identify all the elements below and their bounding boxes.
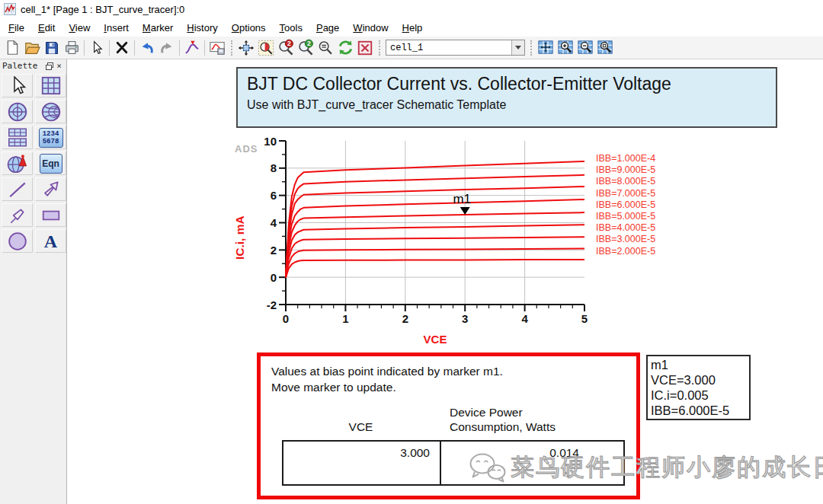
list-plot-icon: 1234 5678 (39, 128, 63, 148)
legend-entry: IBB=2.000E-5 (596, 246, 655, 257)
pointer-icon (8, 76, 27, 96)
palette-tool-equation[interactable]: Eqn (35, 152, 66, 175)
toolbar-handle[interactable] (231, 40, 232, 56)
toolbar-separator (134, 40, 135, 56)
grid-zoom-out-icon (577, 39, 594, 56)
menu-marker[interactable]: Marker (136, 20, 180, 36)
curve-IBB=6.000E-5[interactable] (286, 212, 584, 277)
palette-tool-smith-chart[interactable] (35, 100, 66, 123)
antenna-plot-icon (6, 153, 29, 174)
zoom-out-button[interactable] (315, 38, 335, 58)
palette-float-button[interactable] (44, 61, 54, 71)
curve-IBB=5.000E-5[interactable] (286, 225, 584, 277)
pan-view-icon (238, 40, 255, 56)
export-plot-button[interactable] (207, 38, 227, 58)
menu-file[interactable]: File (2, 20, 31, 36)
marker-readout-line: VCE=3.000 (651, 372, 746, 388)
window-title: cell_1* [Page 1 : BJT_curve_tracer]:0 (21, 4, 184, 15)
palette-tool-polar-plot[interactable] (2, 100, 33, 123)
zoom-out-2x-button[interactable]: 2 (296, 38, 315, 58)
x-tick-label: 3 (462, 312, 468, 325)
menu-help[interactable]: Help (395, 20, 430, 36)
legend-entry: IBB=6.000E-5 (596, 199, 655, 211)
dropdown-arrow-icon[interactable] (511, 40, 524, 55)
palette-tool-list-plot[interactable]: 1234 5678 (35, 126, 66, 149)
palette-grid: 1234 5678 Eqn (0, 72, 66, 254)
toolbar-separator (204, 40, 205, 56)
palette-tool-rectangle[interactable] (35, 203, 66, 227)
select-pointer-button[interactable] (87, 38, 107, 58)
plot-title-box[interactable]: BJT DC Collector Current vs. Collector-E… (236, 67, 777, 128)
marker-m1[interactable] (460, 207, 470, 215)
y-tick-label: 2 (271, 244, 277, 257)
menu-tools[interactable]: Tools (273, 20, 309, 36)
menu-page[interactable]: Page (309, 20, 346, 36)
marker-readout-line: IC.i=0.005 (651, 388, 746, 403)
polar-plot-icon (7, 101, 28, 123)
curve-IBB=4.000E-5[interactable] (286, 237, 584, 277)
menu-edit[interactable]: Edit (31, 20, 62, 36)
menu-history[interactable]: History (180, 20, 224, 36)
save-button[interactable] (42, 38, 62, 58)
save-icon (44, 40, 59, 56)
table-col2-header: Device Power Consumption, Watts (450, 405, 556, 434)
palette-tool-antenna-plot[interactable] (2, 152, 33, 175)
window-titlebar: cell_1* [Page 1 : BJT_curve_tracer]:0 (0, 0, 823, 18)
y-tick-label: 10 (264, 136, 277, 148)
toolbar-handle[interactable] (379, 40, 380, 56)
curve-IBB=3.000E-5[interactable] (286, 249, 584, 278)
pan-view-button[interactable] (236, 38, 256, 58)
menu-window[interactable]: Window (346, 20, 395, 36)
app-dataset-icon (4, 3, 16, 15)
palette-tool-line[interactable] (2, 177, 33, 201)
insert-marker-button[interactable] (182, 38, 202, 58)
curve-IBB=2.000E-5[interactable] (286, 260, 584, 277)
open-folder-icon (24, 40, 40, 56)
undo-icon (139, 40, 155, 56)
print-icon (64, 40, 80, 56)
cell-selector-value: cell_1 (386, 43, 511, 53)
marker-readout-box[interactable]: m1VCE=3.000IC.i=0.005IBB=6.000E-5 (646, 355, 751, 420)
grid-zoom-in-button[interactable] (556, 38, 575, 58)
grid-pan-button[interactable] (536, 38, 556, 58)
grid-zoom-area-button[interactable] (595, 38, 615, 58)
zoom-in-2x-button[interactable]: 2 (276, 38, 296, 58)
grid-zoom-out-button[interactable] (575, 38, 595, 58)
toolbar-separator (179, 40, 180, 56)
delete-button[interactable] (112, 38, 132, 58)
menu-view[interactable]: View (62, 20, 97, 36)
cell-selector[interactable]: cell_1 (386, 40, 525, 56)
close-window-button[interactable] (355, 38, 375, 58)
palette-tool-stacked-plot[interactable] (2, 126, 33, 149)
legend-entry: IBB=4.000E-5 (596, 222, 655, 234)
palette-tool-polyline-arrow[interactable] (2, 203, 33, 227)
iv-curve-plot[interactable]: -20246810012345m1 (255, 136, 598, 326)
text-tool-icon: A (44, 232, 57, 250)
toolbar: 2 2 (0, 37, 823, 59)
palette-tool-rectangular-plot[interactable] (35, 74, 66, 97)
undo-button[interactable] (137, 38, 157, 58)
delete-x-icon (114, 40, 130, 56)
note-line-1: Values at bias point indicated by marker… (271, 365, 503, 378)
insert-marker-icon (184, 40, 200, 56)
palette-tool-arrow-shape[interactable] (35, 177, 66, 201)
plot-subtitle: Use with BJT_curve_tracer Schematic Temp… (247, 98, 767, 112)
palette-tool-circle[interactable] (2, 229, 33, 253)
zoom-area-button[interactable] (256, 38, 276, 58)
redo-button[interactable] (157, 38, 177, 58)
palette-tool-text[interactable]: A (35, 229, 66, 253)
open-file-button[interactable] (22, 38, 42, 58)
toolbar-handle[interactable] (530, 40, 532, 56)
palette-close-button[interactable]: × (54, 61, 64, 71)
refresh-button[interactable] (335, 38, 355, 58)
new-file-button[interactable] (2, 38, 22, 58)
watermark-text: 菜鸟硬件工程师小廖的成长日记 (511, 451, 823, 483)
y-tick-label: 0 (271, 271, 277, 284)
palette-tool-pointer[interactable] (2, 74, 33, 97)
x-tick-label: 0 (283, 312, 289, 325)
menu-options[interactable]: Options (225, 20, 273, 36)
menu-insert[interactable]: Insert (97, 20, 136, 36)
print-button[interactable] (62, 38, 82, 58)
refresh-icon (337, 39, 354, 56)
grid-zoom-area-icon (597, 39, 614, 56)
